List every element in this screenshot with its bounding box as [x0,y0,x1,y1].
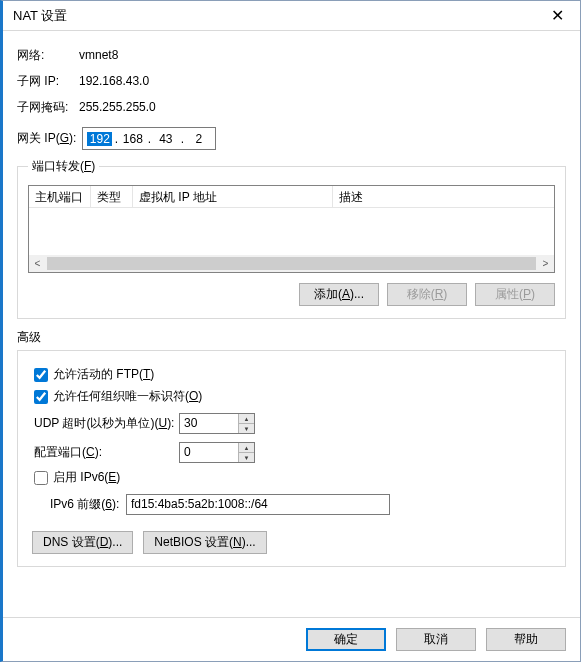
udp-timeout-label: UDP 超时(以秒为单位)(U): [34,415,179,432]
col-vm-ip[interactable]: 虚拟机 IP 地址 [133,186,333,207]
ok-button[interactable]: 确定 [306,628,386,651]
close-icon[interactable]: ✕ [545,6,570,25]
spin-up-icon[interactable]: ▲ [239,443,254,453]
gateway-octet-2[interactable]: 168 [120,132,145,146]
udp-timeout-value[interactable]: 30 [180,414,238,433]
config-port-value[interactable]: 0 [180,443,238,462]
allow-org-row: 允许任何组织唯一标识符(O) [34,388,555,405]
allow-ftp-label[interactable]: 允许活动的 FTP(T) [53,366,154,383]
allow-ftp-row: 允许活动的 FTP(T) [34,366,555,383]
gateway-row: 网关 IP(G): 192. 168. 43. 2 [17,127,566,150]
enable-ipv6-row: 启用 IPv6(E) [34,469,555,486]
subnet-ip-row: 子网 IP: 192.168.43.0 [17,71,566,91]
subnet-mask-row: 子网掩码: 255.255.255.0 [17,97,566,117]
gateway-octet-4[interactable]: 2 [186,132,211,146]
dialog-footer: 确定 取消 帮助 [3,617,580,661]
spin-up-icon[interactable]: ▲ [239,414,254,424]
scroll-right-icon[interactable]: > [537,255,554,272]
content-area: 网络: vmnet8 子网 IP: 192.168.43.0 子网掩码: 255… [3,31,580,585]
port-forward-legend: 端口转发(F) [28,158,99,175]
help-button[interactable]: 帮助 [486,628,566,651]
config-port-label: 配置端口(C): [34,444,179,461]
allow-org-label[interactable]: 允许任何组织唯一标识符(O) [53,388,202,405]
udp-timeout-row: UDP 超时(以秒为单位)(U): 30 ▲▼ [34,413,555,434]
enable-ipv6-label[interactable]: 启用 IPv6(E) [53,469,120,486]
gateway-ip-input[interactable]: 192. 168. 43. 2 [82,127,216,150]
ipv6-prefix-input[interactable]: fd15:4ba5:5a2b:1008::/64 [126,494,390,515]
udp-timeout-input[interactable]: 30 ▲▼ [179,413,255,434]
ipv6-prefix-row: IPv6 前缀(6): fd15:4ba5:5a2b:1008::/64 [50,494,555,515]
port-forward-table[interactable]: 主机端口 类型 虚拟机 IP 地址 描述 < > [28,185,555,273]
port-forward-group: 端口转发(F) 主机端口 类型 虚拟机 IP 地址 描述 < > 添加(A)..… [17,158,566,319]
remove-button[interactable]: 移除(R) [387,283,467,306]
subnet-ip-label: 子网 IP: [17,73,79,90]
spin-down-icon[interactable]: ▼ [239,453,254,462]
config-port-input[interactable]: 0 ▲▼ [179,442,255,463]
gateway-octet-1[interactable]: 192 [87,132,112,146]
network-label: 网络: [17,47,79,64]
advanced-group: 允许活动的 FTP(T) 允许任何组织唯一标识符(O) UDP 超时(以秒为单位… [17,350,566,567]
adv-btn-row: DNS 设置(D)... NetBIOS 设置(N)... [32,531,555,554]
enable-ipv6-checkbox[interactable] [34,471,48,485]
netbios-settings-button[interactable]: NetBIOS 设置(N)... [143,531,266,554]
subnet-ip-value: 192.168.43.0 [79,74,149,88]
window-title: NAT 设置 [13,7,67,25]
config-port-row: 配置端口(C): 0 ▲▼ [34,442,555,463]
table-header: 主机端口 类型 虚拟机 IP 地址 描述 [29,186,554,208]
advanced-label: 高级 [17,329,566,346]
spin-down-icon[interactable]: ▼ [239,424,254,433]
allow-ftp-checkbox[interactable] [34,368,48,382]
network-row: 网络: vmnet8 [17,45,566,65]
horizontal-scrollbar[interactable]: < > [29,255,554,272]
gateway-octet-3[interactable]: 43 [153,132,178,146]
properties-button[interactable]: 属性(P) [475,283,555,306]
col-host-port[interactable]: 主机端口 [29,186,91,207]
col-desc[interactable]: 描述 [333,186,554,207]
col-type[interactable]: 类型 [91,186,133,207]
allow-org-checkbox[interactable] [34,390,48,404]
scroll-track[interactable] [47,257,536,270]
add-button[interactable]: 添加(A)... [299,283,379,306]
network-value: vmnet8 [79,48,118,62]
dns-settings-button[interactable]: DNS 设置(D)... [32,531,133,554]
subnet-mask-label: 子网掩码: [17,99,79,116]
subnet-mask-value: 255.255.255.0 [79,100,156,114]
cancel-button[interactable]: 取消 [396,628,476,651]
gateway-label: 网关 IP(G): [17,130,76,147]
port-forward-buttons: 添加(A)... 移除(R) 属性(P) [28,283,555,306]
scroll-left-icon[interactable]: < [29,255,46,272]
title-bar: NAT 设置 ✕ [3,1,580,31]
ipv6-prefix-label: IPv6 前缀(6): [50,496,126,513]
